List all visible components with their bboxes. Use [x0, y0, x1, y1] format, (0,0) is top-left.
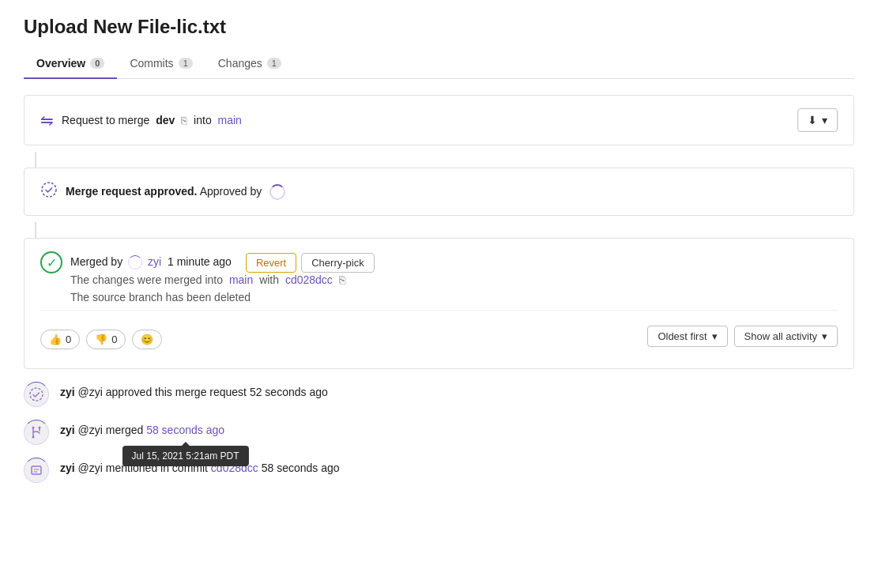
tab-changes[interactable]: Changes 1	[205, 51, 294, 79]
merge-icon: ⇋	[40, 111, 54, 130]
commit-hash-link[interactable]: cd028dcc	[285, 273, 333, 286]
merge-time-link[interactable]: 58 seconds ago	[146, 424, 224, 436]
merged-detail-2: The source branch has been deleted	[40, 291, 838, 303]
svg-point-0	[42, 183, 56, 197]
tabs-bar: Overview 0 Commits 1 Changes 1	[24, 51, 854, 79]
activity-avatar-2	[24, 420, 49, 445]
merged-user-avatar	[128, 255, 142, 270]
activity-avatar-1	[24, 382, 49, 407]
merge-time-tooltip-wrap: 58 seconds ago Jul 15, 2021 5:21am PDT	[146, 424, 224, 436]
merged-check-icon: ✓	[40, 251, 62, 273]
thumbs-down-button[interactable]: 👎 0	[86, 330, 126, 349]
activity-avatar-3	[24, 458, 49, 483]
main-branch-link[interactable]: main	[229, 273, 253, 286]
tab-commits[interactable]: Commits 1	[117, 51, 205, 79]
merged-card: ✓ Merged by zyi 1 minute ago Revert Cher…	[24, 238, 854, 369]
approver-avatar-spinner	[269, 184, 285, 200]
connector-line-2	[35, 222, 36, 238]
chevron-down-icon: ▾	[712, 330, 718, 342]
download-button[interactable]: ⬇ ▾	[797, 108, 838, 132]
merged-detail-1: The changes were merged into main with c…	[40, 273, 838, 286]
copy-commit-icon[interactable]: ⎘	[339, 273, 345, 286]
download-icon: ⬇	[808, 114, 817, 126]
thumbs-up-icon: 👍	[49, 334, 62, 345]
thumbs-down-icon: 👎	[95, 334, 107, 345]
svg-point-4	[39, 427, 41, 429]
thumbs-up-button[interactable]: 👍 0	[40, 330, 80, 349]
svg-point-3	[32, 436, 35, 439]
approved-card: Merge request approved. Approved by	[24, 168, 854, 216]
revert-button[interactable]: Revert	[246, 253, 296, 273]
copy-icon[interactable]: ⎘	[181, 115, 187, 126]
reactions-activity-bar: 👍 0 👎 0 😊 Oldest first ▾ Show all activi…	[40, 310, 838, 362]
chevron-down-icon: ▾	[822, 330, 827, 342]
activity-item-merge: zyi @zyi merged 58 seconds ago Jul 15, 2…	[24, 420, 854, 445]
merge-request-card: ⇋ Request to merge dev ⎘ into main ⬇ ▾	[24, 95, 854, 145]
svg-rect-5	[32, 466, 41, 474]
chevron-down-icon: ▾	[822, 114, 827, 126]
tooltip-box: Jul 15, 2021 5:21am PDT	[122, 446, 249, 466]
page-title: Upload New File-lic.txt	[24, 16, 854, 38]
connector-line	[35, 152, 36, 168]
activity-feed: zyi @zyi approved this merge request 52 …	[24, 382, 854, 483]
emoji-picker-button[interactable]: 😊	[132, 330, 162, 349]
activity-item-approve: zyi @zyi approved this merge request 52 …	[24, 382, 854, 407]
tab-overview[interactable]: Overview 0	[24, 51, 117, 79]
show-all-activity-dropdown[interactable]: Show all activity ▾	[734, 326, 838, 347]
svg-point-2	[32, 427, 35, 429]
approved-icon	[40, 181, 58, 202]
cherry-pick-button[interactable]: Cherry-pick	[301, 253, 374, 273]
oldest-first-dropdown[interactable]: Oldest first ▾	[647, 326, 727, 347]
svg-point-1	[30, 388, 43, 401]
emoji-icon: 😊	[141, 334, 153, 345]
